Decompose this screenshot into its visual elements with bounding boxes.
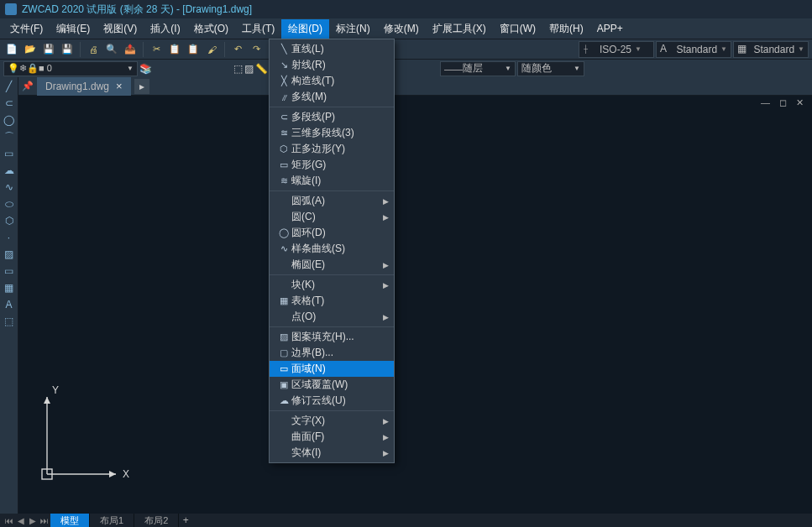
layer-tool-icon[interactable]: 📚	[139, 63, 155, 75]
poly-tool-icon[interactable]: ⬡	[2, 213, 17, 228]
menu-item-label: 圆环(D)	[291, 226, 387, 240]
menu-item-实体i[interactable]: 实体(I)▶	[270, 445, 394, 461]
menu-item-矩形g[interactable]: ▭矩形(G)	[270, 157, 394, 173]
textstyle-dropdown[interactable]: AStandard▼	[656, 41, 731, 58]
arc-tool-icon[interactable]: ⌒	[2, 129, 17, 144]
menu-item-螺旋i[interactable]: ≋螺旋(I)	[270, 173, 394, 189]
color-dropdown[interactable]: 随颜色▼	[517, 61, 584, 76]
layout1-tab[interactable]: 布局1	[90, 514, 134, 527]
tab-prev-icon[interactable]: ◀	[15, 516, 27, 525]
menu-item-icon: ▭	[276, 363, 291, 374]
publish-icon[interactable]: 📤	[122, 41, 139, 58]
match-icon[interactable]: 🖌	[203, 41, 220, 58]
preview-icon[interactable]: 🔍	[103, 41, 120, 58]
pin-icon[interactable]: 📌	[18, 77, 37, 96]
menu-item-label: 正多边形(Y)	[291, 142, 387, 156]
layer-dropdown[interactable]: 💡❄🔒■ 0 ▼	[3, 61, 138, 76]
copy-icon[interactable]: 📋	[166, 41, 183, 58]
new-icon[interactable]: 📄	[3, 41, 20, 58]
menu-item-射线r[interactable]: ↘射线(R)	[270, 57, 394, 73]
menu-item-区域覆盖w[interactable]: ▣区域覆盖(W)	[270, 377, 394, 393]
menu-modify[interactable]: 修改(M)	[377, 19, 426, 39]
region-tool-icon[interactable]: ▭	[2, 264, 17, 279]
pline-tool-icon[interactable]: ⊂	[2, 96, 17, 111]
point-tool-icon[interactable]: ·	[2, 230, 17, 245]
menu-item-icon: ▭	[276, 159, 291, 170]
model-tab[interactable]: 模型	[50, 514, 90, 527]
menu-item-样条曲线s[interactable]: ∿样条曲线(S)	[270, 241, 394, 257]
menu-item-面域n[interactable]: ▭面域(N)	[270, 361, 394, 377]
new-tab-button[interactable]: ▸	[134, 79, 149, 94]
menu-item-圆环d[interactable]: ◯圆环(D)	[270, 225, 394, 241]
ellipse-tool-icon[interactable]: ⬭	[2, 196, 17, 211]
block-tool-icon[interactable]: ⬚	[2, 314, 17, 329]
menu-item-圆弧a[interactable]: 圆弧(A)▶	[270, 193, 394, 209]
menu-item-边界b[interactable]: ▢边界(B)...	[270, 345, 394, 361]
save-icon[interactable]: 💾	[40, 41, 57, 58]
menu-item-文字x[interactable]: 文字(X)▶	[270, 413, 394, 429]
tablestyle-dropdown[interactable]: ▦Standard▼	[733, 41, 809, 58]
tab-first-icon[interactable]: ⏮	[3, 516, 15, 525]
menu-view[interactable]: 视图(V)	[97, 19, 144, 39]
cut-icon[interactable]: ✂	[148, 41, 165, 58]
menu-window[interactable]: 窗口(W)	[493, 19, 542, 39]
measure-icon[interactable]: 📏	[255, 63, 268, 75]
tab-next-icon[interactable]: ▶	[27, 516, 39, 525]
redo-icon[interactable]: ↷	[248, 41, 265, 58]
menu-item-图案填充h[interactable]: ▨图案填充(H)...	[270, 329, 394, 345]
menu-tools[interactable]: 工具(T)	[235, 19, 281, 39]
dimstyle-dropdown[interactable]: ⟊ISO-25▼	[579, 41, 654, 58]
menu-item-icon: ▦	[276, 295, 291, 306]
menu-item-块k[interactable]: 块(K)▶	[270, 277, 394, 293]
tab-last-icon[interactable]: ⏭	[39, 516, 50, 525]
table-tool-icon[interactable]: ▦	[2, 280, 17, 295]
menu-item-多段线p[interactable]: ⊂多段线(P)	[270, 109, 394, 125]
menu-help[interactable]: 帮助(H)	[542, 19, 590, 39]
menu-item-icon: ≋	[276, 175, 291, 186]
menu-item-三维多段线3[interactable]: ≊三维多段线(3)	[270, 125, 394, 141]
menu-item-修订云线u[interactable]: ☁修订云线(U)	[270, 393, 394, 409]
linetype-dropdown[interactable]: —— 随层▼	[440, 61, 516, 76]
menu-item-label: 构造线(T)	[291, 74, 387, 88]
mdi-controls[interactable]: — ◻ ✕	[761, 97, 807, 108]
hatch-tool-icon[interactable]: ▨	[2, 247, 17, 262]
spline-tool-icon[interactable]: ∿	[2, 180, 17, 195]
rect-tool-icon[interactable]: ▭	[2, 146, 17, 161]
menu-item-多线m[interactable]: ⫽多线(M)	[270, 89, 394, 105]
plot-icon[interactable]: 🖨	[85, 41, 102, 58]
layout2-tab[interactable]: 布局2	[134, 514, 179, 527]
menu-item-label: 矩形(G)	[291, 158, 387, 172]
menu-format[interactable]: 格式(O)	[187, 19, 235, 39]
menu-item-构造线t[interactable]: ╳构造线(T)	[270, 73, 394, 89]
menu-item-圆c[interactable]: 圆(C)▶	[270, 209, 394, 225]
menu-item-椭圆e[interactable]: 椭圆(E)▶	[270, 257, 394, 273]
menu-item-直线l[interactable]: ╲直线(L)	[270, 41, 394, 57]
menu-item-表格t[interactable]: ▦表格(T)	[270, 293, 394, 309]
menu-express[interactable]: 扩展工具(X)	[426, 19, 493, 39]
menu-draw[interactable]: 绘图(D)	[281, 19, 329, 39]
add-layout-button[interactable]: +	[179, 514, 192, 526]
block-icon[interactable]: ⬚	[233, 63, 243, 75]
saveas-icon[interactable]: 💾	[59, 41, 76, 58]
menu-item-label: 曲面(F)	[291, 430, 387, 444]
close-icon[interactable]: ×	[116, 80, 123, 92]
rev-tool-icon[interactable]: ☁	[2, 163, 17, 178]
menu-file[interactable]: 文件(F)	[3, 19, 50, 39]
menu-appplus[interactable]: APP+	[590, 20, 630, 37]
menu-item-正多边形y[interactable]: ⬡正多边形(Y)	[270, 141, 394, 157]
undo-icon[interactable]: ↶	[229, 41, 246, 58]
layer-toolbar: 💡❄🔒■ 0 ▼ 📚 ⬚ ▨ 📏 ╱ —— 随层▼ 随颜色▼	[0, 59, 812, 77]
menu-item-点o[interactable]: 点(O)▶	[270, 309, 394, 325]
menu-insert[interactable]: 插入(I)	[144, 19, 186, 39]
hatch-icon[interactable]: ▨	[244, 63, 254, 75]
circle-tool-icon[interactable]: ◯	[2, 112, 17, 128]
paste-icon[interactable]: 📋	[185, 41, 202, 58]
drawing-canvas[interactable]: — ◻ ✕ X Y	[18, 96, 812, 514]
menu-item-曲面f[interactable]: 曲面(F)▶	[270, 429, 394, 445]
menu-edit[interactable]: 编辑(E)	[50, 19, 97, 39]
menu-dimension[interactable]: 标注(N)	[329, 19, 377, 39]
open-icon[interactable]: 📂	[22, 41, 39, 58]
text-tool-icon[interactable]: A	[2, 297, 17, 312]
line-tool-icon[interactable]: ╱	[2, 79, 17, 94]
doc-tab[interactable]: Drawing1.dwg ×	[37, 77, 131, 96]
